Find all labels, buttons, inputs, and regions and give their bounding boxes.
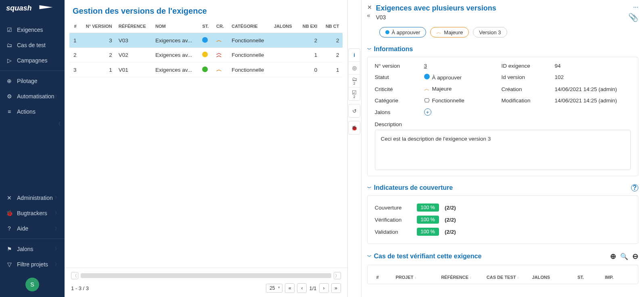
search-icon[interactable]: 🔍 [620,253,628,260]
scroll-right-icon[interactable]: 〉 [334,272,341,279]
col-jalons[interactable]: JALONS [532,275,574,280]
versions-table: # N° VERSION RÉFÉRENCE NOM ST. CR. CATÉG… [69,20,343,77]
sidebar-item-label: Cas de test [17,42,46,48]
detail-chips: À approuver ︿ Majeure Version 3 [362,25,644,43]
sidebar-item-automatisation[interactable]: ⚙Automatisation〉 [0,89,65,104]
value-criticite: ︿Majeure [424,85,497,93]
sidebar-item-administration[interactable]: ✕Administration〉 [0,190,65,206]
col-nbexi[interactable]: NB EXI [297,20,320,33]
monitor-icon: 🖵 [424,98,430,104]
col-imp[interactable]: IMP. [605,275,629,280]
col-cr[interactable]: CR. [213,20,228,33]
status-chip[interactable]: À approuver [379,27,427,37]
scroll-left-icon[interactable]: 〈 [71,272,78,279]
check-tab-icon[interactable]: ☑2 [349,87,360,100]
sidebar: squash ☑Exigences🗂Cas de test▷Campagnes … [0,0,65,297]
value-creation: 14/06/2021 14:25 (admin) [555,86,631,92]
info-tab-icon[interactable]: i [349,49,360,62]
col-cas[interactable]: CAS DE TEST↓ [487,275,529,280]
col-reference[interactable]: RÉFÉRENCE [115,20,152,33]
col-categorie[interactable]: CATÉGORIE [228,20,271,33]
sidebar-item-label: Pilotage [17,78,38,84]
col-nversion[interactable]: N° VERSION [80,20,115,33]
help-icon[interactable]: ? [631,184,638,191]
chevron-down-icon: ﹀ [367,253,372,260]
sidebar-item-jalons[interactable]: ⚑Jalons〉 [0,241,65,257]
chevron-right-icon: 〉 [55,226,59,231]
section-tests-header[interactable]: ﹀ Cas de test vérifiant cette exigence ⊕… [362,249,644,262]
page-last-button[interactable]: » [331,283,341,293]
sidebar-item-campagnes[interactable]: ▷Campagnes [0,53,65,68]
chevron-up-icon: ︿ [424,86,430,92]
sidebar-item-exigences[interactable]: ☑Exigences [0,22,65,37]
coverage-row: Vérification100 %(2/2) [375,214,631,226]
target-tab-icon[interactable]: ◎ [349,62,360,75]
sidebar-item-label: Bugtrackers [17,210,47,216]
label-idversion: Id version [502,74,550,80]
svg-text:squash: squash [6,4,31,12]
sidebar-item-label: Filtre projets [17,261,48,268]
value-jalons: + [424,108,497,116]
page-prev-button[interactable]: ‹ [297,283,307,293]
sidebar-item-label: Actions [17,108,36,115]
bug-tab-icon[interactable]: 🐞 [349,121,360,134]
play-circle-icon: ▷ [6,57,13,64]
sidebar-item-filtre-projets[interactable]: ▽Filtre projets〉 [0,257,65,272]
close-icon[interactable]: ✕ [367,4,372,10]
section-informations-header[interactable]: ﹀ Informations [362,43,644,54]
section-coverage-header[interactable]: ﹀ Indicateurs de couverture ? [362,182,644,192]
sidebar-item-label: Campagnes [17,57,48,64]
attachment-icon[interactable]: 📎 [628,12,638,22]
logo: squash [0,0,65,19]
page-next-button[interactable]: › [319,283,329,293]
col-projet[interactable]: PROJET↓ [396,275,438,280]
table-row[interactable]: 31V01Exigences av...︿Fonctionnelle01 [69,62,343,77]
criticity-chip[interactable]: ︿ Majeure [430,27,469,37]
more-icon[interactable]: ⋯ [633,4,638,10]
col-st[interactable]: ST. [577,275,602,280]
remove-test-button[interactable]: ⊖ [632,252,638,261]
page-first-button[interactable]: « [285,283,295,293]
label-description: Description [375,121,631,127]
collapse-sidebar-icon[interactable]: 〈 [0,119,65,129]
scroll-bar[interactable] [81,273,331,278]
page-size-select[interactable]: 25 [266,284,282,293]
detail-version: V03 [376,14,496,21]
add-jalon-button[interactable]: + [424,108,431,116]
sidebar-item-pilotage[interactable]: ⊕Pilotage [0,73,65,89]
table-row[interactable]: 22V02Exigences av...︿︿Fonctionnelle12 [69,48,343,62]
col-reference[interactable]: RÉFÉRENCE↓ [441,275,483,280]
label-creation: Création [502,86,550,92]
col-num[interactable]: # [69,20,80,33]
label-jalons: Jalons [375,109,419,115]
add-test-button[interactable]: ⊕ [610,252,616,261]
label-modification: Modification [502,98,550,104]
filter-icon: ▽ [6,261,13,268]
value-modification: 14/06/2021 14:25 (admin) [555,98,631,104]
chevron-down-icon: ﹀ [367,185,372,191]
table-row[interactable]: 13V03Exigences av...︿Fonctionnelle22 [69,33,343,48]
coverage-row: Couverture100 %(2/2) [375,201,631,214]
tree-tab-icon[interactable]: 🗂2 [349,75,360,87]
chevron-right-icon: 〉 [55,195,59,201]
sidebar-item-actions[interactable]: ≡Actions [0,104,65,119]
sidebar-item-bugtrackers[interactable]: 🐞Bugtrackers〉 [0,206,65,221]
col-jalons[interactable]: JALONS [271,20,297,33]
col-num[interactable]: # [376,275,393,280]
chevron-right-icon: 〉 [55,210,59,216]
bug-icon: 🐞 [6,210,13,217]
col-nbct[interactable]: NB CT [320,20,342,33]
col-nom[interactable]: NOM [152,20,199,33]
user-avatar[interactable]: S [25,278,39,291]
page-indicator: 1/1 [309,285,316,291]
description-box[interactable]: Ceci est la description de l'exigence ve… [375,130,631,170]
col-st[interactable]: ST. [199,20,213,33]
version-chip[interactable]: Version 3 [473,27,507,37]
sidebar-item-cas-de-test[interactable]: 🗂Cas de test [0,37,65,53]
history-tab-icon[interactable]: ↺ [349,104,360,117]
sidebar-item-aide[interactable]: ?Aide〉 [0,221,65,236]
coverage-badge: 100 % [417,216,439,224]
collapse-left-icon[interactable]: « [367,12,372,19]
dashboard-icon: ⊕ [6,77,13,85]
value-nversion[interactable]: 3 [424,63,497,69]
